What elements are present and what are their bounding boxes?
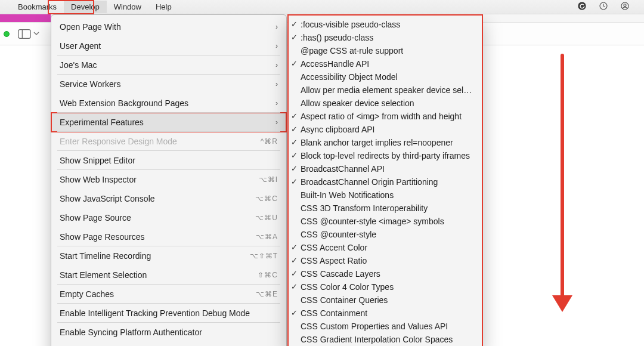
account-icon[interactable] (620, 1, 630, 13)
develop-menu-item[interactable]: Show Snippet Editor (51, 151, 286, 170)
feature-toggle-item[interactable]: ✓Blank anchor target implies rel=noopene… (289, 136, 482, 149)
feature-item-label: CSS Color 4 Color Types (301, 282, 473, 292)
feature-toggle-item[interactable]: ✓Async clipboard API (289, 123, 482, 136)
feature-toggle-item[interactable]: @page CSS at-rule support (289, 44, 482, 57)
svg-rect-4 (18, 29, 30, 38)
checkmark-icon: ✓ (291, 164, 298, 173)
chevron-right-icon: › (275, 42, 278, 50)
checkmark-icon: ✓ (291, 282, 298, 291)
feature-toggle-item[interactable]: ✓CSS Cascade Layers (289, 267, 482, 280)
menu-item-label: Enter Responsive Design Mode (60, 137, 261, 146)
feature-toggle-item[interactable]: ✓:focus-visible pseudo-class (289, 18, 482, 31)
feature-item-label: Block top-level redirects by third-party… (301, 151, 473, 160)
develop-menu-item[interactable]: Service Workers› (51, 75, 286, 94)
feature-toggle-item[interactable]: ✓:has() pseudo-class (289, 31, 482, 44)
feature-toggle-item[interactable]: Allow per media element speaker device s… (289, 84, 482, 97)
feature-toggle-item[interactable]: CSS 3D Transform Interoperability (289, 202, 482, 215)
menu-item-label: Service Workers (60, 79, 275, 89)
develop-menu-item[interactable]: Enable Syncing Platform Authenticator (51, 323, 286, 342)
feature-item-label: AccessHandle API (301, 59, 473, 69)
chevron-right-icon: › (275, 80, 278, 88)
develop-menu-item[interactable]: Show Page Source⌥⌘U (51, 208, 286, 227)
feature-toggle-item[interactable]: CSS Container Queries (289, 294, 482, 307)
checkmark-icon: ✓ (291, 177, 298, 186)
develop-menu-item[interactable]: Start Element Selection⇧⌘C (51, 265, 286, 285)
feature-item-label: Blank anchor target implies rel=noopener (301, 138, 473, 147)
develop-menu-item[interactable]: Show Page Resources⌥⌘A (51, 227, 286, 246)
chevron-right-icon: › (275, 61, 278, 69)
feature-item-label: BroadcastChannel Origin Partitioning (301, 177, 473, 187)
develop-menu-item: Enter Responsive Design Mode^⌘R (51, 132, 286, 151)
feature-toggle-item[interactable]: Allow speaker device selection (289, 97, 482, 110)
feature-toggle-item[interactable]: ✓CSS Accent Color (289, 241, 482, 254)
develop-menu-item[interactable]: Open Page With› (51, 17, 286, 36)
chevron-right-icon: › (275, 99, 278, 107)
checkmark-icon: ✓ (291, 308, 298, 317)
feature-item-label: Aspect ratio of <img> from width and hei… (301, 112, 473, 121)
feature-item-label: Async clipboard API (301, 125, 473, 134)
grammarly-icon[interactable] (577, 1, 587, 13)
develop-menu-item[interactable]: Experimental Features› (51, 113, 286, 132)
develop-menu-item[interactable]: Empty Caches⌥⌘E (51, 285, 286, 304)
feature-toggle-item[interactable]: Accessibility Object Model (289, 70, 482, 84)
develop-menu-item[interactable]: Joe's Mac› (51, 55, 286, 75)
feature-toggle-item[interactable]: ✓CSS Containment (289, 307, 482, 320)
chevron-down-icon (33, 29, 39, 38)
feature-toggle-item[interactable]: ✓AccessHandle API (289, 57, 482, 70)
feature-item-label: CSS Aspect Ratio (301, 256, 473, 265)
develop-menu-item[interactable]: Start Timeline Recording⌥⇧⌘T (51, 246, 286, 265)
menu-item-label: Show Page Source (60, 213, 255, 223)
develop-menu-item[interactable]: Web Extension Background Pages› (51, 94, 286, 113)
menu-item-shortcut: ⌥⌘A (256, 233, 278, 241)
feature-toggle-item[interactable]: ✓BroadcastChannel API (289, 162, 482, 175)
feature-toggle-item[interactable]: Built-In Web Notifications (289, 189, 482, 202)
checkmark-icon: ✓ (291, 151, 298, 160)
menu-item-label: Open Page With (60, 22, 275, 32)
feature-item-label: Allow per media element speaker device s… (301, 85, 473, 95)
feature-toggle-item[interactable]: CSS @counter-style (289, 228, 482, 241)
feature-item-label: CSS 3D Transform Interoperability (301, 203, 473, 213)
feature-toggle-item[interactable]: ✓BroadcastChannel Origin Partitioning (289, 175, 482, 189)
sidebar-icon (18, 29, 31, 39)
experimental-features-submenu: ✓:focus-visible pseudo-class✓:has() pseu… (287, 14, 483, 346)
feature-toggle-item[interactable]: CSS Custom Properties and Values API (289, 320, 482, 333)
develop-menu-item[interactable]: Enable Intelligent Tracking Prevention D… (51, 304, 286, 323)
menu-item-label: Experimental Features (60, 118, 275, 127)
feature-item-label: CSS @counter-style <image> symbols (301, 217, 473, 226)
feature-item-label: :focus-visible pseudo-class (301, 20, 473, 29)
menu-item-shortcut: ⌥⌘U (255, 214, 278, 222)
menu-item-label: Show JavaScript Console (60, 194, 255, 203)
feature-toggle-item[interactable]: ✓CSS Color 4 Color Types (289, 280, 482, 294)
checkmark-icon: ✓ (291, 125, 298, 134)
feature-toggle-item[interactable]: CSS Gradient Interpolation Color Spaces (289, 333, 482, 346)
feature-toggle-item[interactable]: ✓Aspect ratio of <img> from width and he… (289, 110, 482, 123)
feature-toggle-item[interactable]: ✓CSS Aspect Ratio (289, 254, 482, 267)
feature-item-label: CSS @counter-style (301, 230, 473, 239)
traffic-light-green[interactable] (4, 31, 10, 37)
chevron-right-icon: › (275, 23, 278, 31)
menu-item-shortcut: ⌥⌘E (256, 290, 278, 298)
develop-menu-item[interactable]: Show JavaScript Console⌥⌘C (51, 189, 286, 208)
menubar-develop[interactable]: Develop (64, 1, 107, 13)
develop-menu-item[interactable]: User Agent› (51, 36, 286, 55)
menu-item-label: Web Extension Background Pages (60, 98, 275, 108)
checkmark-icon: ✓ (291, 33, 298, 42)
develop-menu-item[interactable]: Show Web Inspector⌥⌘I (51, 170, 286, 189)
menubar: Bookmarks Develop Window Help (0, 0, 644, 14)
menubar-bookmarks[interactable]: Bookmarks (11, 1, 64, 13)
sidebar-toggle-button[interactable] (18, 29, 39, 39)
feature-toggle-item[interactable]: CSS @counter-style <image> symbols (289, 215, 482, 228)
feature-item-label: BroadcastChannel API (301, 164, 473, 174)
history-icon[interactable] (599, 1, 608, 13)
feature-item-label: CSS Containment (301, 308, 473, 318)
feature-item-label: CSS Cascade Layers (301, 269, 473, 279)
develop-menu-item: Delete All Platform Credentials... (51, 342, 286, 346)
menu-item-shortcut: ⌥⇧⌘T (250, 252, 278, 260)
feature-item-label: Accessibility Object Model (301, 72, 473, 82)
menubar-window[interactable]: Window (107, 1, 148, 13)
svg-point-0 (578, 2, 586, 10)
menubar-help[interactable]: Help (148, 1, 179, 13)
svg-point-3 (624, 4, 626, 7)
feature-toggle-item[interactable]: ✓Block top-level redirects by third-part… (289, 149, 482, 162)
feature-item-label: Allow speaker device selection (301, 98, 473, 108)
